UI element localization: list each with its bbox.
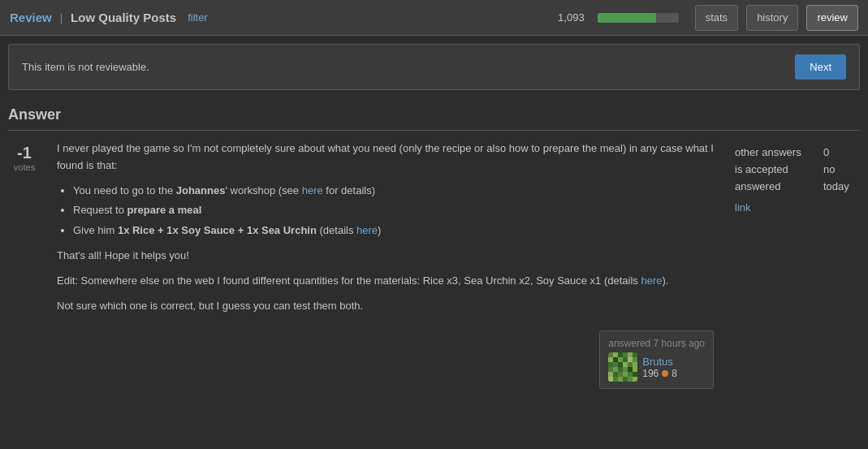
- header: Review | Low Quality Posts filter 1,093 …: [0, 0, 868, 36]
- answered-time: answered 7 hours ago: [608, 338, 705, 349]
- other-answers-row: other answers 0: [730, 144, 860, 161]
- next-button[interactable]: Next: [795, 54, 846, 80]
- other-answers-label: other answers: [730, 144, 818, 161]
- bullet1-link[interactable]: here: [302, 184, 323, 196]
- not-reviewable-message: This item is not reviewable.: [22, 61, 149, 73]
- review-count: 1,093: [558, 11, 585, 24]
- header-title: Review | Low Quality Posts filter: [10, 11, 558, 24]
- answered-time-display: 7 hours ago: [654, 338, 705, 349]
- thats-all: That's all! Hope it helps you!: [57, 248, 714, 265]
- answer-heading: Answer: [8, 106, 860, 131]
- paragraph1-text: I never played the game so I'm not compl…: [57, 142, 714, 171]
- answered-value: today: [818, 178, 860, 195]
- review-nav-link[interactable]: Review: [10, 11, 52, 24]
- edit-end: ).: [663, 274, 669, 287]
- bullet-item-3: Give him 1x Rice + 1x Soy Sauce + 1x Sea…: [73, 222, 714, 240]
- answer-bullets: You need to go to the Johannes' workshop…: [57, 183, 714, 240]
- votes-label: votes: [14, 162, 35, 172]
- edit-paragraph: Edit: Somewhere else on the web I found …: [57, 273, 714, 290]
- user-reputation: 196 8: [642, 368, 677, 379]
- link-row: link: [730, 201, 860, 214]
- bullet3-pre: Give him: [73, 224, 118, 236]
- content-column: I never played the game so I'm not compl…: [57, 140, 714, 389]
- bullet3-post: (details: [317, 224, 356, 236]
- info-table: other answers 0 is accepted no answered …: [730, 144, 860, 195]
- page-title: Low Quality Posts: [71, 11, 176, 24]
- bullet-item-1: You need to go to the Johannes' workshop…: [73, 183, 714, 200]
- other-answers-value: 0: [818, 144, 860, 161]
- is-accepted-row: is accepted no: [730, 161, 860, 178]
- answer-paragraph1: I never played the game so I'm not compl…: [57, 140, 714, 175]
- progress-bar: [598, 13, 679, 23]
- bullet2-pre: Request to: [73, 204, 127, 216]
- answered-prefix: answered: [608, 338, 650, 349]
- filter-link[interactable]: filter: [188, 11, 208, 24]
- bullet1-bold: Johannes: [176, 184, 226, 196]
- bullet1-end: for details): [323, 184, 375, 196]
- rep-value: 196: [642, 368, 659, 379]
- user-card: answered 7 hours ago: [599, 330, 714, 389]
- edit-link[interactable]: here: [641, 274, 662, 287]
- user-info: Brutus 196 8: [608, 352, 705, 382]
- bronze-badge-icon: [662, 370, 668, 377]
- bullet1-post: ' workshop (see: [225, 184, 301, 196]
- separator: |: [60, 11, 63, 24]
- bullet3-bold: 1x Rice + 1x Soy Sauce + 1x Sea Urchin: [118, 224, 317, 236]
- bullet-list: You need to go to the Johannes' workshop…: [73, 183, 714, 240]
- answered-row: answered today: [730, 178, 860, 195]
- not-sure-paragraph: Not sure which one is correct, but I gue…: [57, 298, 714, 315]
- vote-score: -1: [17, 144, 32, 162]
- edit-text-pre: Edit: Somewhere else on the web I found …: [57, 274, 641, 287]
- history-nav-button[interactable]: history: [746, 5, 798, 31]
- bronze-badge-count: 8: [672, 368, 677, 379]
- is-accepted-label: is accepted: [730, 161, 818, 178]
- bullet3-link[interactable]: here: [356, 224, 378, 236]
- stats-nav-button[interactable]: stats: [695, 5, 738, 31]
- bullet1-pre: You need to go to the: [73, 184, 176, 196]
- user-card-info: answered 7 hours ago: [608, 338, 705, 382]
- vote-column: -1 votes: [8, 140, 41, 389]
- user-name-link[interactable]: Brutus: [642, 356, 673, 368]
- bullet2-bold: prepare a meal: [127, 204, 202, 216]
- is-accepted-value: no: [818, 161, 860, 178]
- link-anchor[interactable]: link: [735, 201, 751, 214]
- not-reviewable-bar: This item is not reviewable. Next: [8, 44, 860, 90]
- user-avatar: [608, 352, 637, 382]
- answer-section: Answer -1 votes I never played the game …: [8, 98, 860, 397]
- header-right: 1,093 stats history review: [558, 5, 858, 31]
- progress-bar-fill: [598, 13, 656, 23]
- answered-label: answered: [730, 178, 818, 195]
- answer-body: -1 votes I never played the game so I'm …: [8, 140, 860, 389]
- bullet3-end: ): [378, 224, 381, 236]
- sidebar-column: other answers 0 is accepted no answered …: [730, 140, 860, 389]
- bullet-item-2: Request to prepare a meal: [73, 202, 714, 219]
- review-nav-button[interactable]: review: [806, 5, 858, 31]
